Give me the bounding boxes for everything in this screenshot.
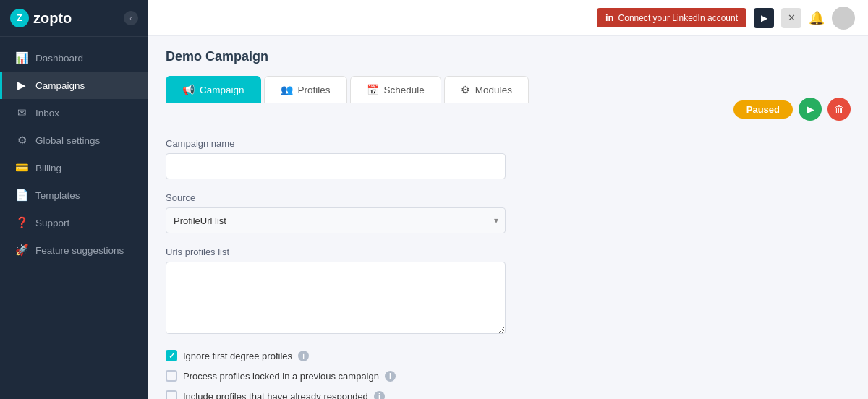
checkbox-include-responded[interactable] — [166, 390, 177, 399]
tab-profiles[interactable]: 👥Profiles — [264, 76, 347, 103]
sidebar-logo: Z zopto ‹ — [0, 0, 148, 37]
user-avatar[interactable] — [832, 7, 855, 30]
sidebar: Z zopto ‹ 📊Dashboard▶Campaigns✉Inbox⚙Glo… — [0, 0, 148, 399]
global-settings-icon: ⚙ — [15, 134, 28, 147]
profiles-tab-icon: 👥 — [281, 84, 293, 95]
delete-button[interactable]: 🗑 — [827, 98, 851, 121]
billing-icon: 💳 — [15, 161, 28, 174]
sidebar-item-label: Campaigns — [35, 80, 85, 91]
tabs-row: 📢Campaign👥Profiles📅Schedule⚙Modules Paus… — [166, 76, 851, 121]
topbar-close-button[interactable]: ✕ — [781, 8, 801, 28]
sidebar-item-label: Support — [35, 218, 69, 228]
info-icon-process-locked[interactable]: i — [385, 371, 396, 382]
connect-linkedin-button[interactable]: in Connect your LinkedIn account — [597, 8, 746, 27]
sidebar-item-templates[interactable]: 📄Templates — [0, 181, 148, 209]
checkbox-ignore-first-degree[interactable] — [166, 350, 177, 361]
source-group: Source ProfileUrl listSearch URLLinkedIn… — [166, 192, 506, 233]
source-label: Source — [166, 192, 506, 203]
tabs: 📢Campaign👥Profiles📅Schedule⚙Modules — [166, 76, 532, 103]
tab-modules[interactable]: ⚙Modules — [444, 76, 529, 103]
campaign-content: Demo Campaign 📢Campaign👥Profiles📅Schedul… — [148, 36, 868, 399]
profiles-tab-label: Profiles — [298, 85, 331, 95]
paused-badge: Paused — [733, 100, 793, 119]
campaigns-icon: ▶ — [15, 79, 28, 92]
sidebar-item-label: Global settings — [35, 135, 100, 146]
sidebar-item-feature-suggestions[interactable]: 🚀Feature suggestions — [0, 236, 148, 264]
video-button[interactable]: ▶ — [754, 8, 774, 28]
checkbox-label-include-responded: Include profiles that have already respo… — [183, 391, 368, 400]
sidebar-item-label: Dashboard — [35, 53, 83, 64]
notifications-bell-icon[interactable]: 🔔 — [809, 10, 825, 26]
sidebar-item-label: Inbox — [35, 108, 59, 119]
sidebar-item-inbox[interactable]: ✉Inbox — [0, 99, 148, 126]
sidebar-nav: 📊Dashboard▶Campaigns✉Inbox⚙Global settin… — [0, 37, 148, 399]
sidebar-item-dashboard[interactable]: 📊Dashboard — [0, 44, 148, 72]
connect-linkedin-label: Connect your LinkedIn account — [618, 13, 738, 23]
tab-campaign[interactable]: 📢Campaign — [166, 76, 261, 103]
urls-group: Urls profiles list — [166, 246, 506, 337]
inbox-icon: ✉ — [15, 106, 28, 119]
support-icon: ❓ — [15, 216, 28, 229]
schedule-tab-label: Schedule — [384, 85, 425, 95]
checkbox-group-ignore-first-degree: Ignore first degree profilesi — [166, 350, 506, 361]
templates-icon: 📄 — [15, 189, 28, 202]
checkbox-label-process-locked: Process profiles locked in a previous ca… — [183, 371, 379, 382]
logo-icon: Z — [10, 9, 29, 27]
tab-schedule[interactable]: 📅Schedule — [350, 76, 441, 103]
campaign-name-label: Campaign name — [166, 138, 506, 149]
checkbox-group-process-locked: Process profiles locked in a previous ca… — [166, 370, 506, 382]
campaign-tab-icon: 📢 — [182, 84, 195, 95]
sidebar-item-label: Feature suggestions — [35, 245, 124, 256]
checkbox-process-locked[interactable] — [166, 370, 177, 382]
sidebar-item-support[interactable]: ❓Support — [0, 209, 148, 236]
feature-suggestions-icon: 🚀 — [15, 244, 28, 257]
source-select-wrapper: ProfileUrl listSearch URLLinkedIn GroupL… — [166, 207, 506, 233]
logo: Z zopto — [10, 9, 72, 27]
sidebar-item-campaigns[interactable]: ▶Campaigns — [0, 72, 148, 99]
linkedin-icon: in — [605, 12, 614, 23]
urls-textarea[interactable] — [166, 262, 506, 334]
sidebar-item-billing[interactable]: 💳Billing — [0, 154, 148, 181]
sidebar-collapse-button[interactable]: ‹ — [124, 11, 138, 25]
modules-tab-label: Modules — [475, 85, 512, 95]
campaign-name-group: Campaign name — [166, 138, 506, 179]
campaign-tab-label: Campaign — [200, 85, 244, 95]
sidebar-item-label: Billing — [35, 163, 61, 173]
campaign-form: Campaign name Source ProfileUrl listSear… — [166, 138, 506, 399]
status-area: Paused ▶ 🗑 — [733, 98, 851, 121]
logo-label: zopto — [33, 10, 72, 27]
campaign-name-input[interactable] — [166, 153, 506, 179]
checkbox-label-ignore-first-degree: Ignore first degree profiles — [183, 351, 292, 361]
main-content: in Connect your LinkedIn account ▶ ✕ 🔔 D… — [148, 0, 868, 399]
play-button[interactable]: ▶ — [799, 98, 822, 121]
topbar: in Connect your LinkedIn account ▶ ✕ 🔔 — [148, 0, 868, 36]
checkbox-group-include-responded: Include profiles that have already respo… — [166, 390, 506, 399]
checkboxes-container: Ignore first degree profilesiProcess pro… — [166, 350, 506, 399]
modules-tab-icon: ⚙ — [461, 84, 470, 95]
sidebar-item-label: Templates — [35, 190, 80, 201]
urls-label: Urls profiles list — [166, 246, 506, 257]
schedule-tab-icon: 📅 — [367, 84, 379, 95]
info-icon-ignore-first-degree[interactable]: i — [298, 351, 309, 361]
source-select[interactable]: ProfileUrl listSearch URLLinkedIn GroupL… — [166, 207, 506, 233]
dashboard-icon: 📊 — [15, 51, 28, 64]
page-title: Demo Campaign — [166, 49, 851, 64]
info-icon-include-responded[interactable]: i — [374, 391, 385, 400]
sidebar-item-global-settings[interactable]: ⚙Global settings — [0, 126, 148, 154]
